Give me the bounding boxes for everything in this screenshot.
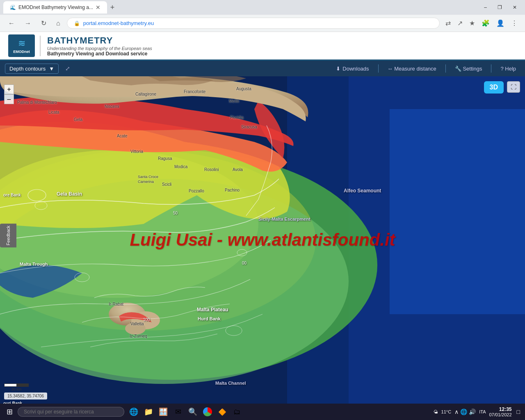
- vlc-icon: 🔶: [218, 408, 226, 416]
- zoom-in-button[interactable]: +: [4, 84, 14, 94]
- scale-label: 20 km: [4, 387, 29, 391]
- taskbar-icon-chrome[interactable]: [201, 406, 214, 418]
- coordinates-text: 15.34582, 35.74706: [7, 394, 44, 398]
- toolbar-separator-1: [378, 64, 379, 73]
- taskbar-icons: 🌐 📁 🪟 ✉ 🔍 🔶 🗂: [128, 406, 243, 418]
- header-divider: [40, 36, 41, 56]
- network-icon[interactable]: 🌐: [460, 409, 467, 415]
- zoom-controls: + –: [4, 84, 14, 104]
- taskbar-icon-folder2[interactable]: 🗂: [231, 406, 243, 418]
- downloads-button[interactable]: ⬇ Downloads: [332, 64, 373, 73]
- logo-emodnet-text: EMODnet: [13, 50, 30, 54]
- clock-date: 07/01/2022: [489, 412, 511, 417]
- 3d-button[interactable]: 3D: [484, 81, 504, 94]
- tray-icons: ∧ 🌐 🔊: [454, 409, 476, 415]
- folder2-icon: 🗂: [233, 408, 241, 416]
- mail-icon: ✉: [175, 407, 181, 416]
- url-text: portal.emodnet-bathymetry.eu: [83, 20, 154, 26]
- weather-icon: 🌤: [434, 409, 438, 414]
- depth-contours-dropdown[interactable]: Depth contours ▼: [5, 64, 59, 74]
- forward-button[interactable]: →: [21, 18, 34, 29]
- start-button[interactable]: ⊞: [3, 406, 16, 418]
- active-tab[interactable]: 🌊 EMODnet Bathymetry Viewing a... ✕: [3, 1, 107, 14]
- map-toolbar: Depth contours ▼ ⤢ ⬇ Downloads ↔ Measure…: [0, 61, 525, 76]
- home-button[interactable]: ⌂: [53, 18, 64, 29]
- address-bar-actions: ⇄ ↗ ★ 🧩 👤 ⋮: [443, 18, 520, 29]
- app-header: ≋ EMODnet BATHYMETRY Understanding the t…: [0, 32, 525, 61]
- maximize-button[interactable]: ❐: [493, 3, 507, 12]
- toolbar-separator-3: [491, 64, 491, 73]
- tab-favicon: 🌊: [10, 5, 16, 10]
- dropdown-chevron-icon: ▼: [49, 66, 54, 72]
- tab-title: EMODnet Bathymetry Viewing a...: [18, 5, 93, 10]
- search-icon: 🔍: [188, 407, 197, 416]
- zoom-out-button[interactable]: –: [4, 94, 14, 104]
- lock-icon: 🔒: [74, 21, 80, 26]
- header-titles: BATHYMETRY Understanding the topography …: [47, 35, 152, 57]
- edge-icon: 🌐: [129, 407, 138, 416]
- new-tab-button[interactable]: +: [107, 3, 118, 12]
- depth-contours-label: Depth contours: [9, 66, 46, 72]
- expand-button[interactable]: ⤢: [64, 64, 72, 73]
- map-container[interactable]: Luigi Usai - www.atlantisfound.it 3D ⛶ +…: [0, 76, 525, 404]
- measure-distance-button[interactable]: ↔ Measure distance: [383, 64, 441, 73]
- toolbar-separator-2: [445, 64, 446, 73]
- window-controls: – ❐ ✕: [479, 3, 522, 12]
- feedback-container: Feedback: [0, 224, 16, 247]
- app-subtitle2: Bathymetry Viewing and Download service: [47, 51, 152, 57]
- logo-wave-icon: ≋: [18, 38, 25, 49]
- tab-close-button[interactable]: ✕: [96, 4, 100, 11]
- taskbar-icon-search[interactable]: 🔍: [187, 406, 199, 418]
- notification-button[interactable]: □: [515, 407, 522, 417]
- taskbar-icon-edge[interactable]: 🌐: [128, 406, 140, 418]
- svg-rect-3: [390, 109, 525, 314]
- chrome-icon: [203, 407, 212, 416]
- bathymetry-map: [0, 76, 525, 404]
- settings-button[interactable]: 🔧 Settings: [451, 64, 486, 73]
- store-icon: 🪟: [159, 407, 168, 416]
- clock[interactable]: 12:35 07/01/2022: [489, 406, 511, 417]
- clock-time: 12:35: [489, 406, 511, 412]
- scale-bar-inner: [4, 383, 29, 387]
- app-subtitle: Understanding the topography of the Euro…: [47, 46, 152, 51]
- search-input[interactable]: [18, 407, 124, 417]
- minimize-button[interactable]: –: [479, 3, 492, 12]
- address-bar: ← → ↻ ⌂ 🔒 portal.emodnet-bathymetry.eu ⇄…: [0, 15, 525, 32]
- taskbar: ⊞ 🌐 📁 🪟 ✉ 🔍 🔶 🗂 🌤 11°C ∧: [0, 404, 525, 420]
- logo-box: ≋ EMODnet: [8, 34, 35, 57]
- browser-title-bar: 🌊 EMODnet Bathymetry Viewing a... ✕ + – …: [0, 0, 525, 15]
- chevron-up-icon[interactable]: ∧: [454, 409, 459, 415]
- url-bar[interactable]: 🔒 portal.emodnet-bathymetry.eu: [67, 18, 440, 29]
- download-icon: ⬇: [336, 66, 340, 72]
- logo-area: ≋ EMODnet: [8, 34, 41, 57]
- bookmark-button[interactable]: ★: [467, 18, 477, 29]
- tab-bar: 🌊 EMODnet Bathymetry Viewing a... ✕ +: [3, 1, 476, 14]
- svg-point-10: [125, 322, 146, 335]
- feedback-tab[interactable]: Feedback: [0, 224, 16, 247]
- coordinates-display: 15.34582, 35.74706: [4, 393, 47, 399]
- profile-button[interactable]: 👤: [494, 18, 507, 29]
- taskbar-icon-store[interactable]: 🪟: [157, 406, 169, 418]
- taskbar-icon-explorer[interactable]: 📁: [142, 406, 155, 418]
- translate-button[interactable]: ⇄: [443, 18, 453, 29]
- share-button[interactable]: ↗: [455, 18, 465, 29]
- taskbar-icon-vlc[interactable]: 🔶: [216, 406, 228, 418]
- system-tray: 🌤 11°C ∧ 🌐 🔊 ITA 12:35 07/01/2022 □: [434, 406, 522, 417]
- explorer-icon: 📁: [144, 407, 153, 416]
- taskbar-icon-mail[interactable]: ✉: [172, 406, 184, 418]
- close-button[interactable]: ✕: [508, 3, 522, 12]
- menu-button[interactable]: ⋮: [509, 18, 520, 29]
- language-label: ITA: [479, 409, 486, 414]
- help-button[interactable]: ? Help: [496, 64, 520, 73]
- refresh-button[interactable]: ↻: [38, 18, 50, 29]
- scale-bar: 20 km: [4, 383, 29, 391]
- temperature-text: 11°C: [441, 409, 452, 414]
- app-title: BATHYMETRY: [47, 35, 152, 46]
- speaker-icon[interactable]: 🔊: [469, 409, 476, 415]
- back-button[interactable]: ←: [5, 18, 18, 29]
- fullscreen-button[interactable]: ⛶: [507, 81, 520, 93]
- extensions-button[interactable]: 🧩: [479, 18, 492, 29]
